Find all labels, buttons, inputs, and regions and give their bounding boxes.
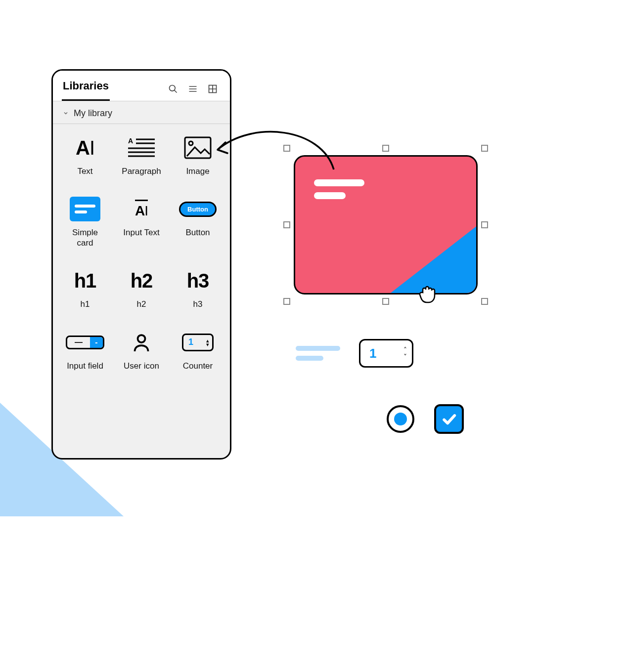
resize-handle[interactable] bbox=[382, 298, 389, 305]
component-text[interactable]: AI Text bbox=[57, 134, 113, 176]
grab-cursor-icon bbox=[418, 283, 438, 306]
h3-icon: h3 bbox=[187, 267, 209, 294]
counter-icon: 1 ▴▾ bbox=[182, 329, 214, 356]
text-icon: AI bbox=[76, 134, 94, 162]
svg-text:A: A bbox=[128, 137, 133, 145]
check-icon bbox=[441, 411, 457, 427]
simple-card-icon bbox=[70, 195, 100, 223]
svg-point-16 bbox=[138, 335, 145, 342]
component-input-text[interactable]: AI Input Text bbox=[113, 195, 170, 248]
svg-point-0 bbox=[170, 85, 176, 91]
svg-line-1 bbox=[175, 90, 177, 92]
resize-handle[interactable] bbox=[382, 145, 389, 152]
h2-icon: h2 bbox=[131, 267, 153, 294]
svg-point-15 bbox=[189, 141, 193, 145]
chevron-down-icon bbox=[63, 110, 69, 118]
component-label: Button bbox=[185, 228, 210, 238]
input-field-icon: —- bbox=[66, 329, 104, 356]
component-h1[interactable]: h1 h1 bbox=[57, 267, 113, 309]
tab-libraries[interactable]: Libraries bbox=[62, 77, 110, 101]
counter-increment[interactable]: ˄ bbox=[403, 347, 407, 353]
text-placeholder-instance[interactable] bbox=[296, 346, 340, 361]
component-label: Image bbox=[186, 167, 209, 176]
counter-value: 1 bbox=[369, 346, 376, 361]
drag-arrow-icon bbox=[208, 123, 341, 177]
component-label: User icon bbox=[124, 361, 159, 371]
section-label: My library bbox=[74, 108, 112, 119]
component-h3[interactable]: h3 h3 bbox=[170, 267, 226, 309]
component-paragraph[interactable]: A Paragraph bbox=[113, 134, 170, 176]
component-label: Simple card bbox=[65, 228, 105, 248]
component-label: h3 bbox=[193, 299, 203, 309]
radio-instance[interactable] bbox=[387, 405, 414, 433]
counter-instance[interactable]: 1 ˄ ˅ bbox=[359, 339, 413, 368]
button-icon: Button bbox=[179, 195, 217, 223]
paragraph-icon: A bbox=[128, 134, 155, 162]
component-label: Paragraph bbox=[122, 167, 161, 176]
resize-handle[interactable] bbox=[481, 145, 488, 152]
component-label: Input Text bbox=[123, 228, 159, 238]
resize-handle[interactable] bbox=[481, 298, 488, 305]
component-label: Input field bbox=[67, 361, 103, 371]
counter-decrement[interactable]: ˅ bbox=[403, 354, 407, 360]
component-h2[interactable]: h2 h2 bbox=[113, 267, 170, 309]
h1-icon: h1 bbox=[74, 267, 96, 294]
resize-handle[interactable] bbox=[481, 221, 488, 228]
checkbox-instance[interactable] bbox=[434, 404, 464, 434]
search-icon[interactable] bbox=[165, 81, 181, 97]
libraries-panel: Libraries My library AI Text A bbox=[51, 69, 231, 460]
component-user-icon[interactable]: User icon bbox=[113, 329, 170, 371]
grid-view-icon[interactable] bbox=[204, 81, 221, 97]
input-text-icon: AI bbox=[135, 195, 148, 223]
resize-handle[interactable] bbox=[283, 298, 290, 305]
components-grid: AI Text A Paragraph Image bbox=[53, 124, 230, 376]
component-input-field[interactable]: —- Input field bbox=[57, 329, 113, 371]
resize-handle[interactable] bbox=[283, 221, 290, 228]
user-icon bbox=[133, 329, 150, 356]
component-label: h1 bbox=[81, 299, 90, 309]
component-simple-card[interactable]: Simple card bbox=[57, 195, 113, 248]
component-label: Text bbox=[77, 167, 92, 176]
list-view-icon[interactable] bbox=[184, 81, 201, 97]
radio-dot bbox=[394, 413, 407, 425]
component-label: h2 bbox=[137, 299, 146, 309]
component-label: Counter bbox=[183, 361, 213, 371]
component-button[interactable]: Button Button bbox=[170, 195, 226, 248]
panel-header: Libraries bbox=[53, 71, 230, 101]
library-section-my-library[interactable]: My library bbox=[53, 101, 230, 124]
component-counter[interactable]: 1 ▴▾ Counter bbox=[170, 329, 226, 371]
